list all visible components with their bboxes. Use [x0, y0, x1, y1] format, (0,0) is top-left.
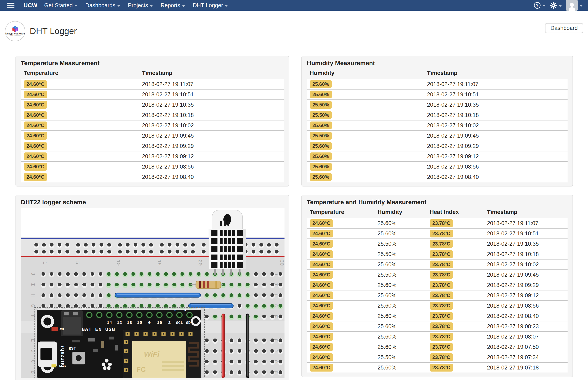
svg-text:F: F — [30, 315, 36, 318]
value-badge: 24.60°C — [24, 101, 47, 109]
caret-down-icon — [117, 5, 120, 7]
value-badge: 25.60% — [310, 152, 332, 160]
user-menu-button[interactable] — [566, 0, 583, 11]
cube-logo-icon: {} { } — [12, 26, 19, 32]
nav-item-get-started[interactable]: Get Started — [44, 2, 78, 9]
heat-index-cell: 23.78°C — [427, 321, 484, 332]
panel-temperature-measurement: Temperature Measurement TemperatureTimes… — [16, 56, 289, 187]
temperature-badge: 24.60°C — [310, 353, 333, 361]
value-badge: 24.60°C — [24, 111, 47, 119]
column-header-timestamp: Timestamp — [139, 69, 284, 79]
caret-down-icon — [580, 5, 583, 7]
heat-index-cell: 23.78°C — [427, 362, 484, 373]
heat-index-badge: 23.78°C — [430, 333, 453, 341]
timestamp-cell: 2018-02-27 19:10:51 — [424, 89, 568, 100]
value-badge: 24.60°C — [24, 132, 47, 140]
app-logo[interactable]: {} { } Unity{Cloud}Ware Think Connected — [5, 21, 25, 41]
heat-index-badge: 23.78°C — [430, 271, 453, 279]
page-header: {} { } Unity{Cloud}Ware Think Connected … — [0, 11, 588, 52]
timestamp-cell: 2018-02-27 19:10:51 — [484, 228, 568, 239]
value-cell: 25.60% — [307, 172, 424, 182]
temperature-cell: 24.60°C — [307, 228, 375, 239]
svg-text:J: J — [30, 272, 36, 275]
table-row: 25.50%2018-02-27 19:10:18 — [307, 110, 568, 120]
temperature-cell: 24.60°C — [307, 239, 375, 249]
brand-link[interactable]: UCW — [23, 2, 37, 9]
value-badge: 25.60% — [310, 80, 332, 88]
top-navbar: UCW Get StartedDashboardsProjectsReports… — [0, 0, 588, 11]
heat-index-badge: 23.78°C — [430, 353, 453, 361]
nav-item-dht-logger[interactable]: DHT Logger — [193, 2, 228, 9]
table-row: 24.60°C25.60%23.78°C2018-02-27 19:07:50 — [307, 342, 568, 352]
timestamp-cell: 2018-02-27 19:07:34 — [484, 352, 568, 362]
value-cell: 24.60°C — [21, 120, 139, 131]
temperature-cell: 24.60°C — [307, 218, 375, 228]
table-row: 24.60°C25.60%23.78°C2018-02-27 19:08:40 — [307, 311, 568, 321]
temperature-badge: 24.60°C — [310, 240, 333, 248]
humidity-cell: 25.60% — [375, 301, 427, 311]
svg-text:RST: RST — [69, 346, 76, 351]
heat-index-cell: 23.78°C — [427, 290, 484, 301]
logo-text: Unity{Cloud}Ware — [5, 33, 25, 35]
svg-text:?: ? — [536, 3, 538, 7]
timestamp-cell: 2018-02-27 19:09:45 — [424, 131, 568, 141]
table-row: 24.60°C25.60%23.78°C2018-02-27 19:09:29 — [307, 280, 568, 290]
nav-item-projects[interactable]: Projects — [128, 2, 153, 9]
value-badge: 24.60°C — [24, 142, 47, 150]
timestamp-cell: 2018-02-27 19:10:51 — [139, 89, 284, 100]
column-header-temperature: Temperature — [21, 69, 139, 79]
menu-toggle-button[interactable] — [7, 3, 15, 8]
caret-down-icon — [225, 5, 228, 7]
value-cell: 25.60% — [307, 151, 424, 162]
temperature-badge: 24.60°C — [310, 323, 333, 330]
value-cell: 24.60°C — [21, 100, 139, 110]
temperature-cell: 24.60°C — [307, 332, 375, 342]
table-row: 24.60°C25.60%23.78°C2018-02-27 19:11:07 — [307, 218, 568, 228]
settings-menu-button[interactable] — [549, 2, 562, 9]
nav-item-reports[interactable]: Reports — [161, 2, 185, 9]
help-menu-button[interactable]: ? — [534, 2, 546, 9]
timestamp-cell: 2018-02-27 19:09:29 — [424, 141, 568, 151]
column-header-humidity: Humidity — [307, 69, 424, 79]
temperature-cell: 24.60°C — [307, 290, 375, 301]
heat-index-cell: 23.78°C — [427, 249, 484, 259]
humidity-cell: 25.60% — [375, 290, 427, 301]
value-badge: 24.60°C — [24, 121, 47, 129]
svg-text:BAT EN USB: BAT EN USB — [82, 327, 115, 332]
timestamp-cell: 2018-02-27 19:08:40 — [424, 172, 568, 182]
table-row: 24.60°C2018-02-27 19:11:07 — [21, 79, 284, 89]
dht22-scheme-image: 151015202530JJIIHHGGFFEEDDCCBBAA14121315… — [21, 208, 284, 378]
value-badge: 25.50% — [310, 111, 332, 119]
dashboard-button[interactable]: Dashboard — [545, 23, 583, 33]
hamburger-icon — [7, 3, 15, 4]
temperature-cell: 24.60°C — [307, 280, 375, 290]
value-badge: 25.50% — [310, 101, 332, 109]
table-row: 24.60°C25.50%23.78°C2018-02-27 19:07:34 — [307, 352, 568, 362]
timestamp-cell: 2018-02-27 19:09:12 — [139, 151, 284, 162]
svg-text:B: B — [30, 371, 36, 374]
timestamp-cell: 2018-02-27 19:10:35 — [484, 239, 568, 249]
svg-text:30: 30 — [279, 260, 284, 266]
nav-item-dashboards[interactable]: Dashboards — [85, 2, 120, 9]
temperature-cell: 24.60°C — [307, 321, 375, 332]
dashboard-grid: Temperature Measurement TemperatureTimes… — [0, 52, 588, 380]
table-row: 24.60°C25.60%23.78°C2018-02-27 19:10:02 — [307, 259, 568, 270]
svg-text:14: 14 — [107, 320, 112, 325]
value-cell: 25.60% — [307, 141, 424, 151]
value-cell: 25.60% — [307, 89, 424, 100]
timestamp-cell: 2018-02-27 19:07:50 — [484, 342, 568, 352]
temperature-badge: 24.60°C — [310, 343, 333, 351]
value-cell: 25.50% — [307, 131, 424, 141]
heat-index-badge: 23.78°C — [430, 302, 453, 310]
svg-text:13: 13 — [127, 320, 132, 325]
gear-icon — [549, 2, 557, 9]
value-badge: 24.60°C — [24, 173, 47, 181]
svg-text:5: 5 — [174, 308, 177, 312]
table-row: 24.60°C2018-02-27 19:10:02 — [21, 120, 284, 131]
timestamp-cell: 2018-02-27 19:08:23 — [484, 321, 568, 332]
timestamp-cell: 2018-02-27 19:11:07 — [139, 79, 284, 89]
value-cell: 25.60% — [307, 162, 424, 172]
timestamp-cell: 2018-02-27 19:08:56 — [139, 162, 284, 172]
heat-index-cell: 23.78°C — [427, 228, 484, 239]
caret-down-icon — [150, 5, 153, 7]
